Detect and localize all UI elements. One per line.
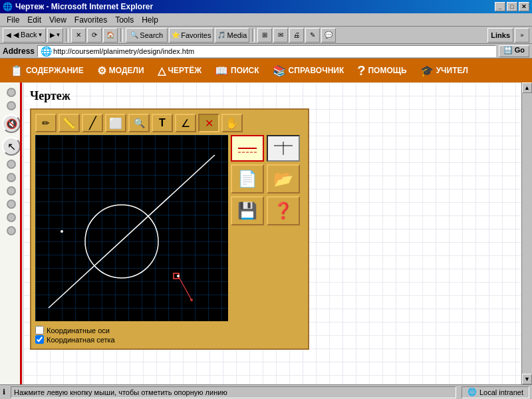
maximize-button[interactable]: □: [507, 2, 517, 11]
spiral-3: [7, 160, 16, 169]
minimize-button[interactable]: _: [495, 2, 505, 11]
nav-reference-label: СПРАВОЧНИК: [289, 66, 344, 75]
save-file-button[interactable]: 💾: [231, 196, 264, 225]
cross-tool[interactable]: ✕: [198, 114, 219, 132]
grid-checkbox[interactable]: [35, 335, 44, 344]
nav-teacher[interactable]: 🎓 УЧИТЕЛ: [414, 61, 474, 80]
toolbar-extra-button[interactable]: »: [515, 28, 529, 43]
close-button[interactable]: ✕: [519, 2, 529, 11]
links-button[interactable]: Links: [487, 28, 513, 43]
ruler-tool[interactable]: 📏: [59, 114, 80, 132]
back-button[interactable]: ◀ ◀ Back ▼: [3, 28, 46, 43]
draw-toolbar: ✏ 📏 ╱ ⬜ 🔍 T ∠: [35, 114, 304, 132]
favorites-button[interactable]: ⭐ Favorites: [169, 28, 213, 43]
address-label: Address: [3, 47, 35, 56]
forward-icon: ▶: [50, 31, 55, 39]
right-panel: 📄 📂 💾 ❓: [231, 135, 304, 321]
home-button[interactable]: 🏠: [103, 28, 118, 43]
back-dropdown-icon: ▼: [38, 32, 43, 38]
menu-view[interactable]: View: [45, 14, 70, 26]
help-file-button[interactable]: ❓: [267, 196, 300, 225]
sound-icon: 🔇: [6, 118, 17, 129]
open-file-icon: 📂: [273, 170, 293, 188]
status-zone: 🌐 Local intranet: [462, 386, 529, 398]
zone-icon: 🌐: [467, 388, 477, 396]
spiral-2: [7, 101, 16, 110]
address-url: http://courseml/planimetry/design/index.…: [53, 47, 194, 55]
svg-line-0: [49, 155, 215, 308]
scroll-up-button[interactable]: ▲: [522, 82, 532, 93]
media-button[interactable]: 🎵 Media: [215, 28, 249, 43]
pointer-button[interactable]: ↖: [2, 137, 21, 156]
ruler-icon: 📏: [63, 117, 76, 130]
svg-point-1: [85, 205, 158, 278]
nav-reference[interactable]: 📚 СПРАВОЧНИК: [267, 61, 350, 80]
hand-tool[interactable]: ✋: [221, 114, 243, 132]
line-icon: ╱: [89, 116, 96, 130]
refresh-button[interactable]: ⟳: [87, 28, 102, 43]
menu-favorites[interactable]: Favorites: [70, 14, 111, 26]
edit-button[interactable]: ✎: [305, 28, 320, 43]
go-button[interactable]: 🔛 Go: [499, 45, 529, 57]
search-nav-icon: 📖: [215, 65, 228, 77]
nav-search[interactable]: 📖 ПОИСК: [209, 61, 265, 80]
scroll-down-button[interactable]: ▼: [522, 374, 532, 384]
nav-drawing[interactable]: △ ЧЕРТЁЖ: [152, 61, 207, 80]
stop-button[interactable]: ✕: [71, 28, 86, 43]
scroll-track: [522, 93, 532, 374]
nav-models[interactable]: ⚙ МОДЕЛИ: [91, 61, 150, 80]
nav-search-label: ПОИСК: [231, 66, 259, 75]
red-margin-line: [20, 82, 22, 384]
magnifier-tool[interactable]: 🔍: [128, 114, 150, 132]
new-file-button[interactable]: 📄: [231, 164, 264, 194]
menu-edit[interactable]: Edit: [23, 14, 45, 26]
spiral-6: [7, 200, 16, 209]
nav-content[interactable]: 📋 СОДЕРЖАНИЕ: [4, 61, 90, 80]
nav-help-label: ПОМОЩЬ: [368, 66, 406, 75]
nav-bar: 📋 СОДЕРЖАНИЕ ⚙ МОДЕЛИ △ ЧЕРТЁЖ 📖 ПОИСК 📚…: [0, 59, 532, 82]
menu-help[interactable]: Help: [138, 14, 162, 26]
search-button[interactable]: 🔍 Search: [126, 28, 168, 43]
toolbar-separator-3: [252, 29, 255, 42]
menu-tools[interactable]: Tools: [111, 14, 138, 26]
drawing-nav-icon: △: [158, 65, 166, 77]
favorites-icon: ⭐: [172, 31, 180, 39]
drawing-canvas[interactable]: [35, 135, 228, 321]
mail-icon: ✉: [278, 31, 283, 39]
axes-checkbox[interactable]: [35, 326, 44, 334]
svg-line-4: [178, 276, 192, 300]
menu-bar: File Edit View Favorites Tools Help: [0, 13, 532, 27]
menu-file[interactable]: File: [3, 14, 23, 26]
nav-models-label: МОДЕЛИ: [109, 66, 144, 75]
nav-teacher-label: УЧИТЕЛ: [436, 66, 468, 75]
line-style-row: [231, 135, 304, 162]
help-file-icon: ❓: [273, 201, 293, 220]
address-box[interactable]: 🌐 http://courseml/planimetry/design/inde…: [37, 45, 496, 57]
cross-icon: ✕: [205, 117, 213, 130]
history-button[interactable]: ⊞: [257, 28, 272, 43]
text-tool[interactable]: T: [152, 114, 173, 132]
models-icon: ⚙: [97, 65, 106, 77]
line-tool[interactable]: ╱: [82, 114, 103, 132]
line-style-2[interactable]: [267, 135, 300, 162]
eraser-tool[interactable]: ⬜: [105, 114, 126, 132]
angle-tool[interactable]: ∠: [175, 114, 196, 132]
pointer-icon: ↖: [7, 140, 16, 153]
vertical-scrollbar[interactable]: ▲ ▼: [521, 82, 532, 384]
sound-button[interactable]: 🔇: [2, 114, 21, 133]
axes-checkbox-row: Координатные оси: [35, 326, 304, 334]
line-style-1-preview: [235, 139, 259, 158]
status-message: Нажмите левую кнопку мыши, чтобы отметит…: [11, 386, 456, 398]
draw-main-area: 📄 📂 💾 ❓: [35, 135, 304, 321]
line-style-1[interactable]: [231, 135, 264, 162]
nav-help[interactable]: ? ПОМОЩЬ: [351, 60, 412, 82]
mail-button[interactable]: ✉: [273, 28, 288, 43]
forward-button[interactable]: ▶▼: [47, 28, 63, 43]
print-icon: 🖨: [293, 31, 300, 39]
open-file-button[interactable]: 📂: [267, 164, 300, 194]
history-icon: ⊞: [262, 31, 267, 39]
print-button[interactable]: 🖨: [289, 28, 304, 43]
search-icon: 🔍: [130, 31, 138, 39]
pencil-tool[interactable]: ✏: [35, 114, 57, 132]
discuss-button[interactable]: 💬: [321, 28, 336, 43]
